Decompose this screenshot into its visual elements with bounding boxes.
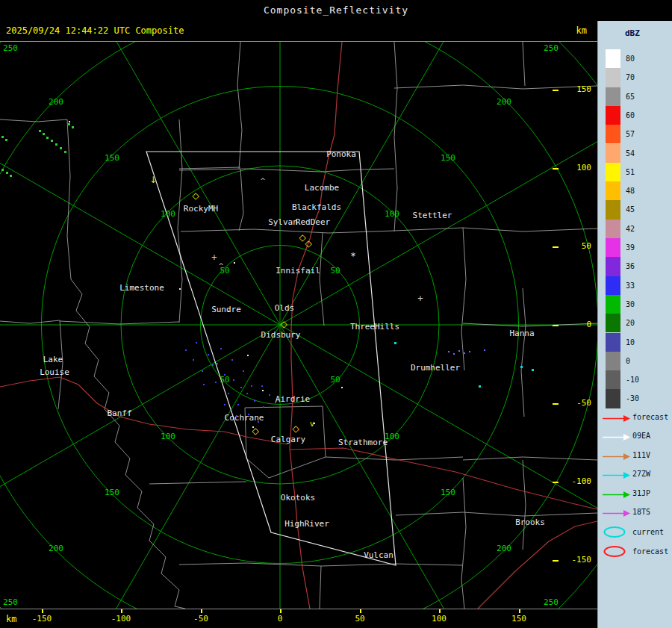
- bottom-axis-label: 150: [511, 614, 526, 624]
- legend-label: forecast: [632, 412, 668, 423]
- green-echo: [1, 136, 4, 138]
- boundary-line: [523, 460, 526, 550]
- radar-display[interactable]: 2502001501005025020015010050250200150100…: [0, 42, 597, 609]
- colorbar-swatch: [606, 163, 620, 181]
- range-ring-label: 150: [441, 488, 455, 497]
- blue-echo: [254, 400, 255, 402]
- colorbar-value: 42: [626, 220, 635, 238]
- boundary-line: [320, 566, 321, 609]
- city-label: Blackfalds: [292, 202, 341, 212]
- blue-echo: [275, 402, 276, 403]
- green-echo: [43, 133, 45, 135]
- timestamp: 2025/09/24 12:44:22 UTC Composite: [6, 25, 184, 36]
- boundary-line: [179, 167, 240, 169]
- colorbar-value: 33: [626, 276, 635, 295]
- colorbar-value: 48: [626, 181, 635, 200]
- storm-marker: ◇: [192, 191, 199, 200]
- bottom-axis-tick: [280, 609, 281, 613]
- bottom-axis-label: -150: [32, 614, 52, 624]
- colorbar-swatch: [606, 87, 620, 106]
- colorbar-value: 80: [626, 49, 635, 68]
- boundary-line: [394, 42, 397, 231]
- dbz-title: dBZ: [625, 28, 640, 38]
- colorbar-swatch: [606, 276, 620, 295]
- boundary-line: [71, 279, 185, 609]
- city-label: Sylvan: [268, 217, 298, 227]
- city-label: HighRiver: [284, 519, 329, 529]
- colorbar-value: 65: [626, 87, 635, 106]
- 31jp-arrow-icon: [602, 488, 632, 502]
- colorbar-value: 45: [626, 200, 635, 219]
- blue-echo: [236, 415, 237, 417]
- bottom-axis-label: 0: [278, 614, 283, 624]
- boundary-line: [179, 563, 463, 566]
- colorbar-swatch: [606, 333, 620, 352]
- city-label: Sundre: [211, 305, 241, 314]
- storm-marker: ◇: [280, 320, 287, 329]
- forecast-arrow-icon: [602, 412, 632, 426]
- right-axis-label: 150: [559, 84, 591, 94]
- range-ring-label: 250: [544, 597, 559, 607]
- boundary-line: [523, 42, 525, 86]
- current-ellipse-icon: [602, 526, 632, 539]
- blue-echo: [228, 393, 229, 394]
- range-ring-label: 200: [49, 97, 63, 107]
- 27zw-arrow-icon: [602, 469, 632, 482]
- bottom-axis-label: 50: [355, 614, 364, 624]
- colorbar-swatch: [606, 352, 620, 370]
- window-title: Composite_Reflectivity: [264, 4, 408, 16]
- white-echo: [234, 262, 235, 264]
- green-echo: [72, 126, 74, 128]
- legend-label: forecast: [632, 547, 668, 557]
- green-echo: [55, 143, 57, 146]
- boundary-line: [463, 457, 597, 460]
- legend-label: 18TS: [632, 507, 650, 517]
- storm-marker: v: [310, 420, 314, 428]
- range-ring-label: 200: [497, 544, 511, 553]
- colorbar-swatch: [606, 220, 620, 238]
- range-ring-label: 250: [3, 43, 18, 53]
- colorbar-swatch: [606, 49, 620, 68]
- storm-marker: ◇: [305, 239, 311, 248]
- city-label: Limestone: [119, 283, 164, 293]
- storm-marker: ^: [218, 263, 224, 270]
- right-axis-tick: [553, 403, 559, 405]
- legend-panel: dBZ 807065605754514845423936333020100-10…: [597, 21, 672, 628]
- right-axis-tick: [553, 246, 559, 248]
- green-echo: [60, 147, 62, 149]
- boundary-line: [0, 119, 67, 122]
- city-label: Olds: [275, 303, 295, 313]
- boundary-line: [0, 320, 63, 409]
- blue-echo: [224, 404, 225, 405]
- 18ts-arrow-icon: [602, 507, 632, 520]
- bottom-axis-label: -100: [111, 614, 131, 624]
- colorbar-value: -10: [626, 370, 639, 389]
- colorbar-value: -30: [626, 389, 639, 408]
- blue-echo: [193, 359, 194, 361]
- blue-echo: [231, 359, 233, 361]
- green-echo: [46, 137, 49, 139]
- highway-southeast: [478, 521, 597, 609]
- range-ring-label: 100: [161, 432, 175, 441]
- white-echo: [262, 390, 264, 391]
- blue-echo: [233, 379, 234, 381]
- blue-echo: [185, 349, 187, 351]
- colorbar-swatch: [606, 238, 620, 257]
- boundary-line: [237, 42, 242, 169]
- azimuth-line-60: [280, 63, 597, 325]
- right-axis-label: -150: [559, 555, 591, 565]
- storm-marker: ◇: [252, 426, 258, 435]
- colorbar-value: 70: [626, 68, 635, 87]
- colorbar-swatch: [606, 125, 620, 143]
- colorbar-swatch: [606, 257, 620, 276]
- green-echo: [51, 140, 53, 142]
- legend-label: 111V: [632, 450, 650, 461]
- green-echo: [10, 175, 12, 177]
- boundary-line: [178, 119, 182, 323]
- city-label: Lake: [43, 355, 63, 364]
- green-echo: [39, 130, 41, 132]
- white-echo: [341, 387, 343, 388]
- green-echo: [6, 172, 8, 174]
- purple-echo: [448, 351, 449, 352]
- colorbar-swatch: [606, 68, 620, 87]
